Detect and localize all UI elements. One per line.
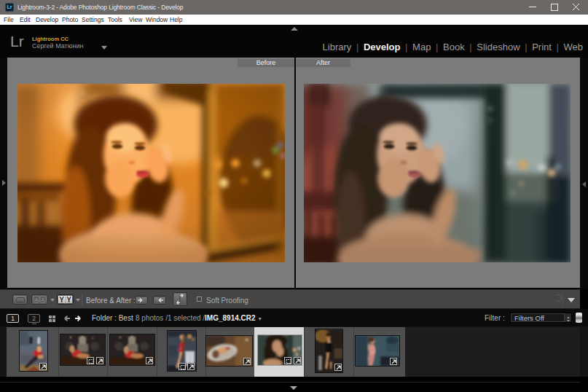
svg-text:Y: Y bbox=[66, 296, 71, 304]
svg-text:A: A bbox=[41, 297, 44, 303]
svg-text:Y: Y bbox=[59, 296, 64, 304]
svg-text:A: A bbox=[34, 297, 38, 303]
